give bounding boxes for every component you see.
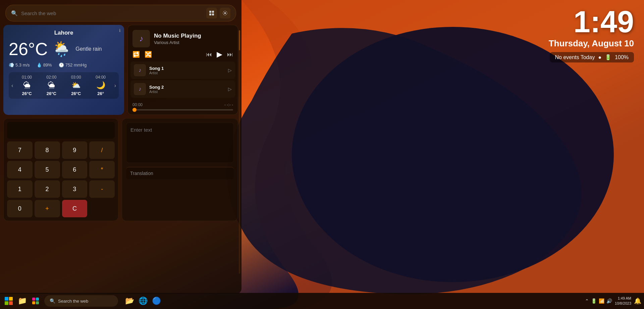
chevron-up-icon[interactable]: ⌃ bbox=[585, 298, 589, 304]
taskbar-left: 📁 🔍 Search the web bbox=[3, 295, 118, 307]
file-explorer-button[interactable]: 📁 bbox=[16, 295, 28, 307]
hour-2: 02:00 🌦 26°C bbox=[39, 75, 64, 96]
search-icon: 🔍 bbox=[11, 10, 18, 16]
shuffle-button[interactable]: 🔀 bbox=[145, 51, 152, 58]
hour-3: 03:00 ⛅ 26°C bbox=[64, 75, 88, 96]
calc-8[interactable]: 8 bbox=[35, 141, 60, 159]
taskbar-date: 10/8/2023 bbox=[615, 301, 631, 306]
playlist-play-1[interactable]: ▷ bbox=[228, 68, 232, 73]
hourly-next[interactable]: › bbox=[113, 83, 117, 89]
playlist-item-2[interactable]: ♪ Song 2 Artist ▷ bbox=[130, 80, 235, 98]
calc-grid: 7 8 9 / 4 5 6 * 1 2 3 - 0 + C bbox=[7, 141, 115, 217]
humidity-icon: 💧 bbox=[37, 62, 42, 68]
battery-tray-icon[interactable]: 🔋 bbox=[591, 298, 597, 304]
wind-icon: 💨 bbox=[9, 62, 14, 68]
grid-button[interactable] bbox=[206, 8, 217, 18]
calc-divide[interactable]: / bbox=[89, 141, 115, 159]
calc-9[interactable]: 9 bbox=[62, 141, 88, 159]
calc-plus[interactable]: + bbox=[35, 200, 60, 217]
calc-display bbox=[7, 122, 115, 139]
widgets-button[interactable] bbox=[30, 295, 42, 307]
playlist-art-1: ♪ bbox=[134, 64, 146, 76]
battery-icon: 🔋 bbox=[605, 54, 611, 60]
playlist-title-2: Song 2 bbox=[149, 85, 164, 90]
weather-temp: 26°C bbox=[9, 39, 48, 59]
wind-value: 5.3 m/s bbox=[15, 62, 30, 68]
clock-date: Thursday, August 10 bbox=[549, 38, 634, 49]
progress-bar[interactable] bbox=[132, 109, 233, 111]
calc-7[interactable]: 7 bbox=[7, 141, 33, 159]
current-time: 00:00 bbox=[132, 102, 143, 107]
calc-2[interactable]: 2 bbox=[35, 180, 60, 198]
scroll-indicator bbox=[239, 30, 240, 274]
music-progress: 00:00 - -:- - bbox=[128, 100, 238, 115]
next-button[interactable]: ⏭ bbox=[227, 51, 233, 58]
battery-level: 100% bbox=[615, 54, 629, 60]
taskbar-clock[interactable]: 1:49 AM 10/8/2023 bbox=[615, 296, 631, 306]
svg-rect-9 bbox=[32, 301, 35, 304]
hour-1: 01:00 🌦 26°C bbox=[14, 75, 39, 96]
playlist-artist-2: Artist bbox=[149, 90, 164, 94]
humidity-stat: 💧 89% bbox=[37, 62, 52, 68]
translator-input[interactable] bbox=[126, 123, 234, 163]
playlist-item-1[interactable]: ♪ Song 1 Artist ▷ bbox=[130, 61, 235, 79]
weather-info-icon[interactable]: ℹ bbox=[119, 28, 121, 33]
svg-rect-3 bbox=[212, 11, 214, 13]
humidity-value: 89% bbox=[43, 62, 52, 68]
settings-button[interactable] bbox=[220, 8, 230, 18]
translation-label: Translation bbox=[130, 171, 153, 176]
music-header: ♪ No Music Playing Various Artist bbox=[128, 25, 238, 47]
music-info: No Music Playing Various Artist bbox=[154, 33, 201, 45]
calc-3[interactable]: 3 bbox=[62, 180, 88, 198]
weather-stats: 💨 5.3 m/s 💧 89% 🕐 752 mmHg bbox=[9, 62, 119, 68]
wifi-icon[interactable]: 📶 bbox=[599, 298, 604, 304]
hourly-prev[interactable]: ‹ bbox=[10, 83, 14, 89]
repeat-button[interactable]: 🔁 bbox=[132, 51, 140, 58]
windows-logo bbox=[5, 297, 13, 305]
weather-icon: 🌦️ bbox=[52, 40, 71, 58]
widgets-row: Lahore ℹ 26°C 🌦️ Gentle rain 💨 5.3 m/s 💧… bbox=[3, 25, 238, 115]
playlist-play-2[interactable]: ▷ bbox=[228, 86, 232, 92]
calc-6[interactable]: 6 bbox=[62, 161, 88, 178]
calc-multiply[interactable]: * bbox=[89, 161, 115, 178]
calc-clear[interactable]: C bbox=[62, 200, 88, 217]
taskbar-center: 📂 🌐 🔵 bbox=[123, 295, 162, 307]
calc-4[interactable]: 4 bbox=[7, 161, 33, 178]
progress-dot bbox=[132, 108, 137, 112]
hour-4: 04:00 🌙 26° bbox=[88, 75, 113, 96]
svg-rect-7 bbox=[32, 298, 35, 301]
panel-content: Lahore ℹ 26°C 🌦️ Gentle rain 💨 5.3 m/s 💧… bbox=[0, 25, 241, 294]
calc-0[interactable]: 0 bbox=[7, 200, 33, 217]
system-tray: ⌃ 🔋 📶 🔊 bbox=[585, 298, 612, 304]
svg-point-6 bbox=[224, 12, 226, 14]
music-playlist: ♪ Song 1 Artist ▷ ♪ Song 2 Artist bbox=[128, 61, 238, 100]
taskbar-search-label: Search the web bbox=[58, 299, 88, 304]
playlist-art-2: ♪ bbox=[134, 83, 146, 95]
clock-display: 1:49 Thursday, August 10 No events Today… bbox=[549, 7, 634, 62]
start-button[interactable] bbox=[3, 295, 15, 307]
music-artist: Various Artist bbox=[154, 40, 201, 45]
volume-icon[interactable]: 🔊 bbox=[606, 298, 612, 304]
pressure-icon: 🕐 bbox=[59, 62, 64, 68]
taskbar-search[interactable]: 🔍 Search the web bbox=[44, 295, 118, 307]
playlist-info-1: Song 1 Artist bbox=[149, 66, 164, 75]
calc-minus[interactable]: - bbox=[89, 180, 115, 198]
music-album-art: ♪ bbox=[132, 30, 150, 47]
prev-button[interactable]: ⏮ bbox=[206, 51, 212, 58]
svg-rect-8 bbox=[36, 298, 39, 301]
search-bar[interactable]: 🔍 bbox=[5, 5, 236, 21]
left-panel: 🔍 Lahore ℹ 26°C bbox=[0, 0, 241, 294]
taskbar-edge[interactable]: 🌐 bbox=[137, 295, 149, 307]
taskbar: 📁 🔍 Search the web 📂 🌐 🔵 ⌃ 🔋 📶 bbox=[0, 293, 644, 309]
calc-1[interactable]: 1 bbox=[7, 180, 33, 198]
taskbar-app3[interactable]: 🔵 bbox=[150, 295, 162, 307]
svg-rect-2 bbox=[209, 11, 211, 13]
wind-stat: 💨 5.3 m/s bbox=[9, 62, 30, 68]
notification-bell[interactable]: 🔔 bbox=[634, 297, 641, 305]
play-button[interactable]: ▶ bbox=[217, 50, 222, 59]
search-input[interactable] bbox=[21, 10, 203, 16]
pressure-value: 752 mmHg bbox=[65, 62, 87, 68]
taskbar-files[interactable]: 📂 bbox=[123, 295, 136, 307]
weather-main: 26°C 🌦️ Gentle rain bbox=[9, 39, 119, 59]
calc-5[interactable]: 5 bbox=[35, 161, 60, 178]
